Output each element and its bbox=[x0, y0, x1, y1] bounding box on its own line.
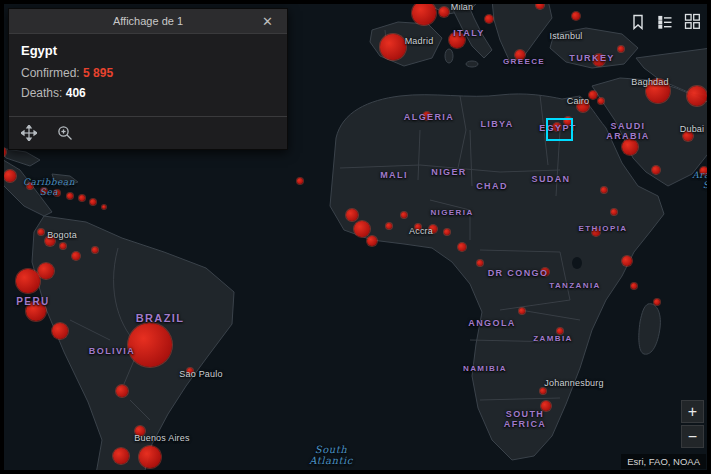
map-toolbar bbox=[630, 13, 701, 30]
case-marker[interactable] bbox=[380, 34, 406, 60]
case-marker[interactable] bbox=[572, 12, 580, 20]
case-marker[interactable] bbox=[444, 229, 450, 235]
case-marker[interactable] bbox=[38, 263, 54, 279]
deaths-label: Deaths: bbox=[21, 86, 62, 100]
selected-country-highlight bbox=[546, 118, 573, 141]
case-marker[interactable] bbox=[45, 236, 55, 246]
bookmarks-button[interactable] bbox=[630, 13, 646, 30]
case-marker[interactable] bbox=[72, 252, 80, 260]
lake-victoria bbox=[572, 257, 582, 269]
case-marker[interactable] bbox=[541, 401, 551, 411]
sardinia-shape bbox=[445, 49, 453, 63]
deaths-value: 406 bbox=[66, 86, 86, 100]
popup-footer bbox=[9, 116, 287, 149]
legend-button[interactable] bbox=[657, 13, 673, 30]
case-marker[interactable] bbox=[618, 46, 624, 52]
popup-title: Egypt bbox=[21, 43, 275, 58]
case-marker[interactable] bbox=[401, 212, 407, 218]
case-marker[interactable] bbox=[135, 426, 145, 436]
case-marker[interactable] bbox=[415, 224, 421, 230]
list-icon bbox=[657, 14, 673, 30]
sicily-shape bbox=[466, 61, 478, 67]
case-marker[interactable] bbox=[541, 268, 549, 276]
case-marker[interactable] bbox=[412, 1, 436, 25]
basemap-grid-button[interactable] bbox=[684, 13, 701, 30]
case-marker[interactable] bbox=[187, 368, 193, 374]
bookmark-icon bbox=[630, 14, 646, 30]
case-marker[interactable] bbox=[593, 54, 605, 66]
feature-popup: Affichage de 1 ✕ Egypt Confirmed: 5 895 … bbox=[8, 8, 288, 150]
case-marker[interactable] bbox=[128, 323, 172, 367]
hispaniola-shape bbox=[52, 174, 78, 186]
case-marker[interactable] bbox=[92, 247, 98, 253]
confirmed-value: 5 895 bbox=[83, 66, 113, 80]
case-marker[interactable] bbox=[577, 100, 589, 112]
case-marker[interactable] bbox=[26, 301, 46, 321]
zoom-out-button[interactable]: − bbox=[681, 425, 704, 448]
case-marker[interactable] bbox=[449, 32, 465, 48]
pan-to-feature-button[interactable] bbox=[19, 123, 39, 143]
case-marker[interactable] bbox=[67, 193, 73, 199]
case-marker[interactable] bbox=[16, 269, 40, 293]
case-marker[interactable] bbox=[386, 223, 392, 229]
case-marker[interactable] bbox=[54, 190, 60, 196]
case-marker[interactable] bbox=[592, 228, 600, 236]
grid-icon bbox=[684, 13, 701, 30]
app-window: MilanMadridITALYGREECEIstanbulTURKEYBagh… bbox=[0, 0, 711, 474]
case-marker[interactable] bbox=[79, 195, 85, 201]
case-marker[interactable] bbox=[683, 131, 693, 141]
case-marker[interactable] bbox=[622, 256, 632, 266]
case-marker[interactable] bbox=[102, 205, 106, 209]
case-marker[interactable] bbox=[700, 167, 708, 175]
close-icon[interactable]: ✕ bbox=[256, 9, 279, 33]
case-marker[interactable] bbox=[439, 7, 449, 17]
case-marker[interactable] bbox=[687, 86, 707, 106]
case-marker[interactable] bbox=[429, 225, 437, 233]
africa-shape bbox=[330, 94, 664, 460]
case-marker[interactable] bbox=[4, 170, 16, 182]
case-marker[interactable] bbox=[113, 448, 129, 464]
popup-header[interactable]: Affichage de 1 ✕ bbox=[9, 9, 287, 34]
case-marker[interactable] bbox=[589, 91, 597, 99]
magnifier-plus-icon bbox=[57, 125, 73, 141]
case-marker[interactable] bbox=[622, 139, 638, 155]
case-marker[interactable] bbox=[27, 183, 33, 189]
zoom-control: + − bbox=[681, 400, 704, 448]
confirmed-label: Confirmed: bbox=[21, 66, 80, 80]
zoom-to-feature-button[interactable] bbox=[55, 123, 75, 143]
zoom-in-button[interactable]: + bbox=[681, 400, 704, 423]
case-marker[interactable] bbox=[485, 15, 493, 23]
case-marker[interactable] bbox=[515, 50, 525, 60]
case-marker[interactable] bbox=[297, 178, 303, 184]
case-marker[interactable] bbox=[598, 98, 604, 104]
case-marker[interactable] bbox=[423, 112, 431, 120]
madagascar-shape bbox=[639, 304, 661, 354]
case-marker[interactable] bbox=[41, 188, 47, 194]
case-marker[interactable] bbox=[90, 199, 96, 205]
central-america-shape bbox=[0, 158, 52, 216]
popup-body: Egypt Confirmed: 5 895 Deaths: 406 bbox=[9, 34, 287, 116]
case-marker[interactable] bbox=[519, 308, 525, 314]
case-marker[interactable] bbox=[116, 385, 128, 397]
case-marker[interactable] bbox=[367, 236, 377, 246]
case-marker[interactable] bbox=[652, 166, 660, 174]
case-marker[interactable] bbox=[536, 1, 544, 9]
confirmed-row: Confirmed: 5 895 bbox=[21, 66, 275, 80]
case-marker[interactable] bbox=[346, 209, 358, 221]
case-marker[interactable] bbox=[139, 446, 161, 468]
case-marker[interactable] bbox=[354, 221, 370, 237]
case-marker[interactable] bbox=[60, 243, 66, 249]
case-marker[interactable] bbox=[52, 323, 68, 339]
case-marker[interactable] bbox=[611, 209, 617, 215]
case-marker[interactable] bbox=[646, 79, 670, 103]
case-marker[interactable] bbox=[654, 299, 660, 305]
case-marker[interactable] bbox=[557, 328, 563, 334]
case-marker[interactable] bbox=[631, 283, 637, 289]
deaths-row: Deaths: 406 bbox=[21, 86, 275, 100]
case-marker[interactable] bbox=[540, 388, 546, 394]
case-marker[interactable] bbox=[458, 243, 466, 251]
case-marker[interactable] bbox=[38, 229, 44, 235]
case-marker[interactable] bbox=[477, 260, 483, 266]
case-marker[interactable] bbox=[601, 187, 607, 193]
pan-arrows-icon bbox=[21, 125, 37, 141]
